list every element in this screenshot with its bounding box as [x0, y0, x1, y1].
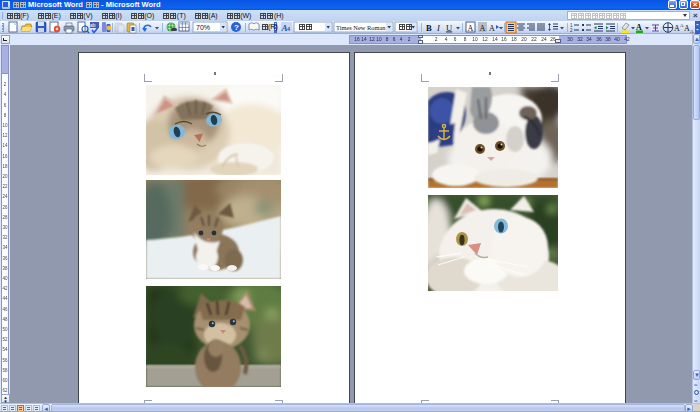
svg-text:70%: 70%	[196, 24, 210, 31]
svg-text:4: 4	[287, 26, 290, 32]
svg-text:A: A	[489, 24, 495, 33]
svg-text:ab: ab	[90, 22, 96, 28]
svg-text:A: A	[636, 23, 642, 32]
svg-text:A: A	[468, 24, 474, 33]
svg-text:Times New Roman: Times New Roman	[336, 24, 386, 31]
svg-text:?: ?	[234, 23, 239, 32]
svg-text:2: 2	[570, 28, 573, 33]
svg-text:A: A	[480, 24, 486, 33]
svg-text:I: I	[436, 23, 441, 33]
svg-text:U: U	[446, 23, 453, 33]
svg-text:B: B	[426, 23, 432, 33]
